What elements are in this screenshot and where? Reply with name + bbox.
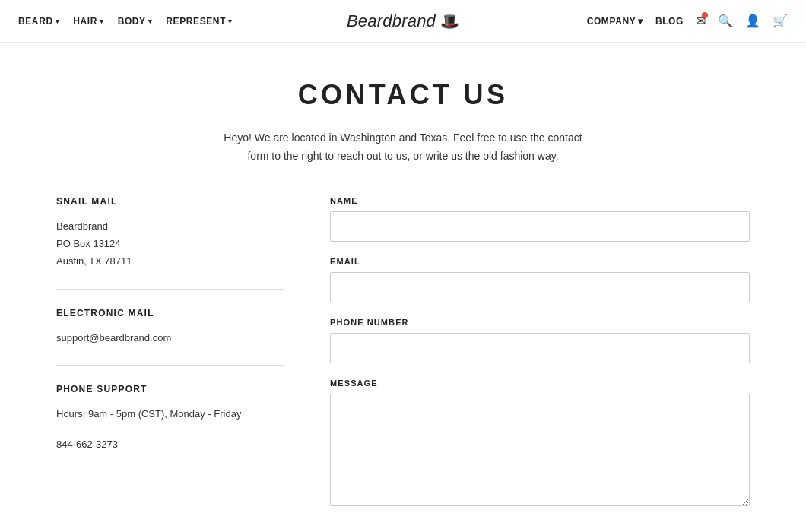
nav-beard-label: BEARD: [18, 16, 53, 27]
contact-layout: SNAIL MAIL Beardbrand PO Box 13124 Austi…: [56, 196, 750, 524]
nav-represent-label: REPRESENT: [166, 16, 226, 27]
chevron-down-icon: ▾: [148, 17, 153, 25]
chevron-down-icon: ▾: [100, 17, 104, 25]
name-field-group: NAME: [330, 196, 750, 242]
nav-body-label: BODY: [118, 16, 146, 27]
nav-item-hair[interactable]: HAIR ▾: [73, 16, 103, 27]
main-nav: BEARD ▾ HAIR ▾ BODY ▾ REPRESENT ▾ Beardb…: [0, 0, 806, 43]
page-subtitle: Heyo! We are located in Washington and T…: [221, 129, 585, 166]
nav-item-body[interactable]: BODY ▾: [118, 16, 153, 27]
snail-mail-text: Beardbrand PO Box 13124 Austin, TX 78711: [56, 217, 284, 271]
phone-hours: Hours: 9am - 5pm (CST), Monday - Friday: [56, 405, 284, 423]
message-textarea[interactable]: [330, 394, 750, 506]
cart-icon[interactable]: 🛒: [773, 14, 788, 28]
nav-left: BEARD ▾ HAIR ▾ BODY ▾ REPRESENT ▾: [18, 16, 233, 27]
phone-field-group: PHONE NUMBER: [330, 318, 750, 363]
snail-mail-section: SNAIL MAIL Beardbrand PO Box 13124 Austi…: [56, 196, 284, 271]
page-title: CONTACT US: [56, 79, 750, 111]
electronic-mail-heading: ELECTRONIC MAIL: [56, 308, 284, 318]
electronic-mail-text: support@beardbrand.com: [56, 329, 284, 347]
main-content: CONTACT US Heyo! We are located in Washi…: [38, 43, 768, 532]
chevron-down-icon: ▾: [638, 16, 643, 27]
phone-label: PHONE NUMBER: [330, 318, 750, 327]
contact-left: SNAIL MAIL Beardbrand PO Box 13124 Austi…: [56, 196, 284, 453]
message-label: MESSAGE: [330, 378, 750, 388]
brand-name: Beardbrand: [347, 11, 436, 31]
phone-number: 844-662-3273: [56, 435, 284, 453]
nav-item-blog[interactable]: BLOG: [655, 16, 684, 27]
snail-mail-line3: Austin, TX 78711: [56, 255, 132, 267]
divider-1: [56, 289, 284, 290]
nav-right: COMPANY ▾ BLOG ✉ 🔍 👤 🛒: [587, 14, 788, 28]
nav-company-label: COMPANY: [587, 16, 636, 27]
email-label: EMAIL: [330, 257, 750, 266]
user-icon[interactable]: 👤: [745, 14, 760, 28]
message-field-group: MESSAGE: [330, 378, 750, 508]
chevron-down-icon: ▾: [228, 17, 233, 25]
phone-support-section: PHONE SUPPORT Hours: 9am - 5pm (CST), Mo…: [56, 384, 284, 453]
notification-badge: [702, 12, 708, 18]
phone-input[interactable]: [330, 333, 750, 363]
email-link[interactable]: support@beardbrand.com: [56, 332, 171, 344]
name-input[interactable]: [330, 211, 750, 242]
nav-item-company[interactable]: COMPANY ▾: [587, 16, 643, 27]
snail-mail-line1: Beardbrand: [56, 220, 108, 232]
divider-2: [56, 365, 284, 366]
snail-mail-line2: PO Box 13124: [56, 238, 121, 249]
nav-item-beard[interactable]: BEARD ▾: [18, 16, 59, 27]
chevron-down-icon: ▾: [56, 17, 60, 25]
brand-icon: 🎩: [440, 12, 459, 30]
name-label: NAME: [330, 196, 750, 205]
electronic-mail-section: ELECTRONIC MAIL support@beardbrand.com: [56, 308, 284, 347]
contact-form: NAME EMAIL PHONE NUMBER MESSAGE: [330, 196, 750, 524]
snail-mail-heading: SNAIL MAIL: [56, 196, 284, 207]
email-icon[interactable]: ✉: [696, 14, 706, 28]
nav-item-represent[interactable]: REPRESENT ▾: [166, 16, 232, 27]
email-input[interactable]: [330, 272, 750, 302]
email-field-group: EMAIL: [330, 257, 750, 302]
brand-logo[interactable]: Beardbrand 🎩: [347, 11, 459, 31]
search-icon[interactable]: 🔍: [718, 14, 733, 28]
nav-blog-label: BLOG: [655, 16, 684, 27]
nav-hair-label: HAIR: [73, 16, 97, 27]
phone-support-heading: PHONE SUPPORT: [56, 384, 284, 394]
